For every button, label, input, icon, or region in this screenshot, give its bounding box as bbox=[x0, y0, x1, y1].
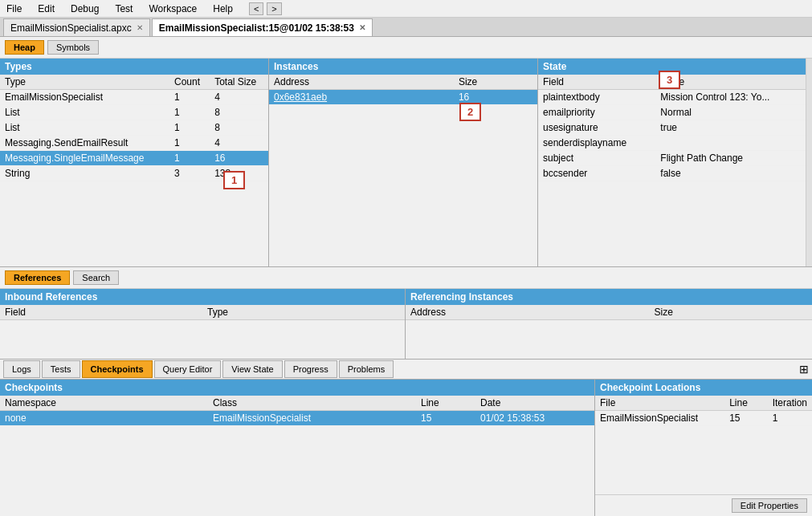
count-cell: 1 bbox=[169, 90, 210, 105]
table-row[interactable]: senderdisplayname bbox=[538, 136, 806, 151]
tab-apxc[interactable]: EmailMissionSpecialist.apxc ✕ bbox=[3, 18, 150, 36]
tab-checkpoints[interactable]: Checkpoints bbox=[82, 360, 153, 378]
tab-apxc-close[interactable]: ✕ bbox=[137, 23, 143, 32]
field-cell: bccsender bbox=[538, 166, 655, 181]
tab-heap-session[interactable]: EmailMissionSpecialist:15@01/02 15:38:53… bbox=[152, 18, 373, 36]
bottom-tab-bar: Logs Tests Checkpoints Query Editor View… bbox=[0, 359, 812, 380]
tab-problems[interactable]: Problems bbox=[339, 360, 394, 378]
inbound-panel-header: Inbound References bbox=[0, 289, 405, 305]
field-cell: plaintextbody bbox=[538, 90, 655, 105]
menu-help[interactable]: Help bbox=[210, 2, 236, 16]
state-table-container[interactable]: Field Value plaintextbody Mission Contro… bbox=[538, 75, 806, 266]
size-cell: 4 bbox=[210, 90, 268, 105]
table-row[interactable]: none EmailMissionSpecialist 15 01/02 15:… bbox=[0, 411, 594, 426]
type-cell: List bbox=[0, 105, 169, 120]
referencing-col-size: Size bbox=[650, 305, 812, 320]
class-cell: EmailMissionSpecialist bbox=[208, 411, 416, 426]
table-row[interactable]: String 3 138 bbox=[0, 166, 268, 181]
tab-progress[interactable]: Progress bbox=[284, 360, 337, 378]
table-row[interactable]: emailpriority Normal bbox=[538, 105, 806, 120]
checkpoint-locations-table-container[interactable]: File Line Iteration EmailMissionSpeciali… bbox=[595, 396, 812, 494]
referencing-table-container[interactable]: Address Size bbox=[406, 305, 812, 359]
date-cell: 01/02 15:38:53 bbox=[475, 411, 594, 426]
table-row[interactable]: Messaging.SingleEmailMessage 1 16 bbox=[0, 151, 268, 166]
menu-test[interactable]: Test bbox=[112, 2, 136, 16]
size-cell: 16 bbox=[454, 90, 537, 105]
checkpoint-locations-table: File Line Iteration EmailMissionSpeciali… bbox=[595, 396, 812, 426]
field-cell: emailpriority bbox=[538, 105, 655, 120]
references-button[interactable]: References bbox=[5, 270, 70, 285]
types-col-type: Type bbox=[0, 75, 169, 90]
tab-logs[interactable]: Logs bbox=[3, 360, 40, 378]
referencing-panel-header: Referencing Instances bbox=[406, 289, 812, 305]
table-row[interactable]: usesignature true bbox=[538, 120, 806, 136]
types-col-count: Count bbox=[169, 75, 210, 90]
table-row[interactable]: List 1 8 bbox=[0, 120, 268, 136]
table-row[interactable]: Messaging.SendEmailResult 1 4 bbox=[0, 136, 268, 151]
referencing-panel: Referencing Instances Address Size bbox=[406, 289, 812, 359]
type-cell: List bbox=[0, 120, 169, 136]
checkpoints-table: Namespace Class Line Date none EmailMiss… bbox=[0, 396, 594, 426]
symbols-button[interactable]: Symbols bbox=[47, 40, 99, 55]
inbound-panel: Inbound References Field Type bbox=[0, 289, 406, 359]
menu-edit[interactable]: Edit bbox=[35, 2, 58, 16]
types-panel: Types Type Count Total Size EmailMission… bbox=[0, 59, 269, 266]
checkpoints-col-date: Date bbox=[475, 396, 594, 411]
checkpoints-panel: Checkpoints Namespace Class Line Date no… bbox=[0, 380, 595, 516]
instances-table-container[interactable]: Address Size 0x6e831aeb 16 bbox=[269, 75, 537, 266]
state-table: Field Value plaintextbody Mission Contro… bbox=[538, 75, 806, 181]
tab-view-state[interactable]: View State bbox=[222, 360, 282, 378]
nav-forward-button[interactable]: > bbox=[267, 2, 281, 15]
table-row[interactable]: List 1 8 bbox=[0, 105, 268, 120]
tab-heap-session-close[interactable]: ✕ bbox=[359, 23, 365, 32]
menu-workspace[interactable]: Workspace bbox=[145, 2, 200, 16]
tab-query-editor[interactable]: Query Editor bbox=[154, 360, 222, 378]
inbound-table-container[interactable]: Field Type bbox=[0, 305, 405, 359]
view-buttons: Heap Symbols bbox=[0, 37, 812, 59]
tab-tests[interactable]: Tests bbox=[42, 360, 80, 378]
value-cell: Mission Control 123: Yo... bbox=[655, 90, 806, 105]
field-cell: usesignature bbox=[538, 120, 655, 136]
expand-icon[interactable]: ⊞ bbox=[799, 363, 809, 376]
value-cell: false bbox=[655, 166, 806, 181]
value-cell: true bbox=[655, 120, 806, 136]
size-cell: 8 bbox=[210, 120, 268, 136]
line-cell: 15 bbox=[416, 411, 475, 426]
table-row[interactable]: bccsender false bbox=[538, 166, 806, 181]
table-row[interactable]: subject Flight Path Change bbox=[538, 151, 806, 166]
instances-panel: Instances Address Size 0x6e831aeb 16 bbox=[269, 59, 538, 266]
menu-debug[interactable]: Debug bbox=[67, 2, 102, 16]
state-panel: State Field Value plaintextbody Mission … bbox=[538, 59, 806, 266]
value-cell: Flight Path Change bbox=[655, 151, 806, 166]
edit-properties-button[interactable]: Edit Properties bbox=[732, 498, 807, 513]
type-cell: Messaging.SingleEmailMessage bbox=[0, 151, 169, 166]
table-row[interactable]: EmailMissionSpecialist 15 1 bbox=[595, 411, 812, 426]
checkpoints-table-container[interactable]: Namespace Class Line Date none EmailMiss… bbox=[0, 396, 594, 516]
table-row[interactable]: EmailMissionSpecialist 1 4 bbox=[0, 90, 268, 105]
search-button[interactable]: Search bbox=[73, 270, 119, 285]
instances-table: Address Size 0x6e831aeb 16 bbox=[269, 75, 537, 105]
ref-panels: Inbound References Field Type bbox=[0, 289, 812, 359]
count-cell: 1 bbox=[169, 151, 210, 166]
tab-apxc-label: EmailMissionSpecialist.apxc bbox=[10, 22, 132, 34]
line-cell: 15 bbox=[724, 411, 767, 426]
menu-file[interactable]: File bbox=[3, 2, 25, 16]
table-row[interactable]: 0x6e831aeb 16 bbox=[269, 90, 537, 105]
bottom-panels: Checkpoints Namespace Class Line Date no… bbox=[0, 380, 812, 516]
size-cell: 138 bbox=[210, 166, 268, 181]
tab-bar: EmailMissionSpecialist.apxc ✕ EmailMissi… bbox=[0, 18, 812, 37]
namespace-cell: none bbox=[0, 411, 208, 426]
tab-heap-session-label: EmailMissionSpecialist:15@01/02 15:38:53 bbox=[159, 22, 354, 34]
checkpoint-locations-header: Checkpoint Locations bbox=[595, 380, 812, 396]
field-cell: subject bbox=[538, 151, 655, 166]
state-col-field: Field bbox=[538, 75, 655, 90]
types-table-container[interactable]: Type Count Total Size EmailMissionSpecia… bbox=[0, 75, 268, 266]
heap-button[interactable]: Heap bbox=[5, 40, 44, 55]
scrollbar[interactable] bbox=[806, 59, 812, 266]
type-cell: Messaging.SendEmailResult bbox=[0, 136, 169, 151]
table-row[interactable]: plaintextbody Mission Control 123: Yo... bbox=[538, 90, 806, 105]
count-cell: 3 bbox=[169, 166, 210, 181]
nav-back-button[interactable]: < bbox=[249, 2, 263, 15]
checkpoints-panel-header: Checkpoints bbox=[0, 380, 594, 396]
state-panel-header: State bbox=[538, 59, 806, 75]
